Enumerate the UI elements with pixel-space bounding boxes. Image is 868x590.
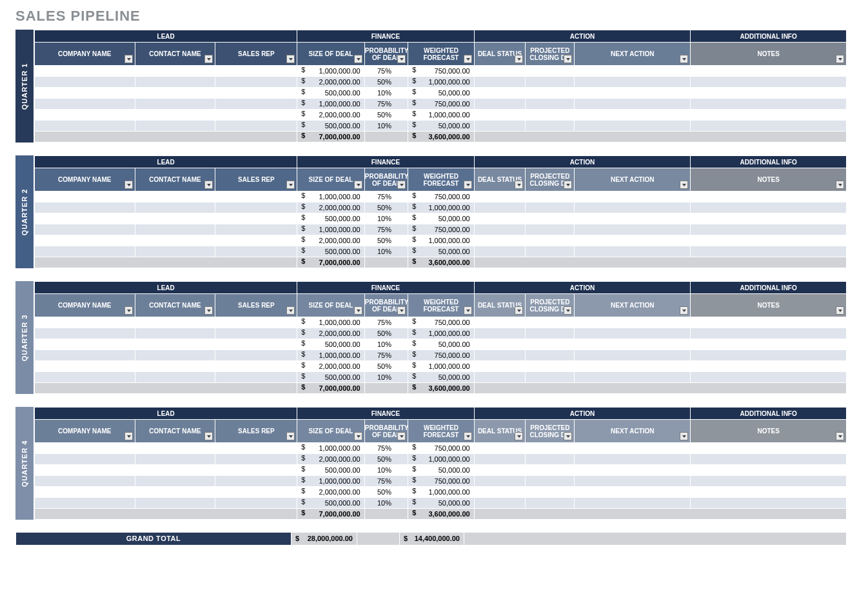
col-forecast[interactable]: WEIGHTED FORECAST bbox=[408, 420, 474, 443]
closing-cell[interactable] bbox=[526, 224, 575, 235]
forecast-cell[interactable]: $750,000.00 bbox=[408, 224, 474, 235]
filter-dropdown-icon[interactable] bbox=[204, 306, 213, 315]
filter-dropdown-icon[interactable] bbox=[836, 432, 844, 440]
company-cell[interactable] bbox=[35, 121, 135, 132]
company-cell[interactable] bbox=[35, 235, 135, 246]
filter-dropdown-icon[interactable] bbox=[124, 306, 133, 315]
contact-cell[interactable] bbox=[135, 498, 215, 509]
contact-cell[interactable] bbox=[135, 328, 215, 339]
notes-cell[interactable] bbox=[691, 213, 847, 224]
company-cell[interactable] bbox=[35, 465, 135, 476]
filter-dropdown-icon[interactable] bbox=[515, 181, 523, 189]
col-closing[interactable]: PROJECTED CLOSING DA bbox=[526, 420, 575, 443]
closing-cell[interactable] bbox=[526, 465, 575, 476]
closing-cell[interactable] bbox=[526, 443, 575, 454]
deal-cell[interactable]: $500,000.00 bbox=[297, 246, 364, 257]
status-cell[interactable] bbox=[474, 121, 526, 132]
rep-cell[interactable] bbox=[215, 192, 297, 202]
col-closing[interactable]: PROJECTED CLOSING DA bbox=[526, 43, 575, 66]
deal-cell[interactable]: $500,000.00 bbox=[297, 372, 364, 383]
notes-cell[interactable] bbox=[691, 110, 847, 121]
contact-cell[interactable] bbox=[135, 465, 215, 476]
company-cell[interactable] bbox=[35, 328, 135, 339]
col-notes[interactable]: NOTES bbox=[691, 420, 847, 443]
filter-dropdown-icon[interactable] bbox=[397, 432, 406, 440]
filter-dropdown-icon[interactable] bbox=[286, 306, 295, 315]
contact-cell[interactable] bbox=[135, 317, 215, 328]
next-action-cell[interactable] bbox=[575, 99, 691, 110]
col-probability[interactable]: PROBABILITY OF DEAL bbox=[364, 294, 408, 317]
notes-cell[interactable] bbox=[691, 476, 847, 487]
status-cell[interactable] bbox=[474, 328, 526, 339]
col-status[interactable]: DEAL STATUS bbox=[474, 420, 526, 443]
notes-cell[interactable] bbox=[691, 224, 847, 235]
closing-cell[interactable] bbox=[526, 213, 575, 224]
status-cell[interactable] bbox=[474, 339, 526, 350]
status-cell[interactable] bbox=[474, 202, 526, 213]
rep-cell[interactable] bbox=[215, 317, 297, 328]
forecast-cell[interactable]: $1,000,000.00 bbox=[408, 487, 474, 498]
closing-cell[interactable] bbox=[526, 487, 575, 498]
status-cell[interactable] bbox=[474, 224, 526, 235]
company-cell[interactable] bbox=[35, 110, 135, 121]
prob-cell[interactable]: 50% bbox=[364, 328, 408, 339]
deal-cell[interactable]: $2,000,000.00 bbox=[297, 328, 364, 339]
status-cell[interactable] bbox=[474, 465, 526, 476]
col-closing[interactable]: PROJECTED CLOSING DA bbox=[526, 294, 575, 317]
forecast-cell[interactable]: $750,000.00 bbox=[408, 99, 474, 110]
next-action-cell[interactable] bbox=[575, 192, 691, 202]
prob-cell[interactable]: 75% bbox=[364, 224, 408, 235]
filter-dropdown-icon[interactable] bbox=[836, 55, 844, 63]
status-cell[interactable] bbox=[474, 350, 526, 361]
status-cell[interactable] bbox=[474, 192, 526, 202]
rep-cell[interactable] bbox=[215, 476, 297, 487]
deal-cell[interactable]: $2,000,000.00 bbox=[297, 202, 364, 213]
filter-dropdown-icon[interactable] bbox=[564, 432, 572, 440]
rep-cell[interactable] bbox=[215, 99, 297, 110]
deal-cell[interactable]: $2,000,000.00 bbox=[297, 110, 364, 121]
closing-cell[interactable] bbox=[526, 317, 575, 328]
forecast-cell[interactable]: $750,000.00 bbox=[408, 476, 474, 487]
deal-cell[interactable]: $500,000.00 bbox=[297, 121, 364, 132]
closing-cell[interactable] bbox=[526, 88, 575, 99]
deal-cell[interactable]: $1,000,000.00 bbox=[297, 443, 364, 454]
forecast-cell[interactable]: $750,000.00 bbox=[408, 317, 474, 328]
filter-dropdown-icon[interactable] bbox=[680, 306, 688, 315]
notes-cell[interactable] bbox=[691, 328, 847, 339]
filter-dropdown-icon[interactable] bbox=[836, 181, 844, 189]
deal-cell[interactable]: $2,000,000.00 bbox=[297, 487, 364, 498]
filter-dropdown-icon[interactable] bbox=[397, 181, 406, 189]
next-action-cell[interactable] bbox=[575, 317, 691, 328]
company-cell[interactable] bbox=[35, 88, 135, 99]
notes-cell[interactable] bbox=[691, 339, 847, 350]
prob-cell[interactable]: 75% bbox=[364, 99, 408, 110]
forecast-cell[interactable]: $750,000.00 bbox=[408, 192, 474, 202]
forecast-cell[interactable]: $1,000,000.00 bbox=[408, 235, 474, 246]
contact-cell[interactable] bbox=[135, 202, 215, 213]
rep-cell[interactable] bbox=[215, 361, 297, 372]
forecast-cell[interactable]: $50,000.00 bbox=[408, 339, 474, 350]
rep-cell[interactable] bbox=[215, 372, 297, 383]
company-cell[interactable] bbox=[35, 487, 135, 498]
filter-dropdown-icon[interactable] bbox=[836, 306, 844, 315]
status-cell[interactable] bbox=[474, 476, 526, 487]
contact-cell[interactable] bbox=[135, 66, 215, 77]
notes-cell[interactable] bbox=[691, 443, 847, 454]
col-forecast[interactable]: WEIGHTED FORECAST bbox=[408, 168, 474, 192]
filter-dropdown-icon[interactable] bbox=[354, 55, 362, 63]
rep-cell[interactable] bbox=[215, 487, 297, 498]
filter-dropdown-icon[interactable] bbox=[204, 432, 213, 440]
company-cell[interactable] bbox=[35, 372, 135, 383]
company-cell[interactable] bbox=[35, 66, 135, 77]
col-next[interactable]: NEXT ACTION bbox=[575, 294, 691, 317]
forecast-cell[interactable]: $50,000.00 bbox=[408, 372, 474, 383]
next-action-cell[interactable] bbox=[575, 213, 691, 224]
closing-cell[interactable] bbox=[526, 121, 575, 132]
rep-cell[interactable] bbox=[215, 88, 297, 99]
notes-cell[interactable] bbox=[691, 465, 847, 476]
filter-dropdown-icon[interactable] bbox=[124, 55, 133, 63]
col-contact[interactable]: CONTACT NAME bbox=[135, 294, 215, 317]
forecast-cell[interactable]: $1,000,000.00 bbox=[408, 202, 474, 213]
prob-cell[interactable]: 10% bbox=[364, 121, 408, 132]
contact-cell[interactable] bbox=[135, 339, 215, 350]
